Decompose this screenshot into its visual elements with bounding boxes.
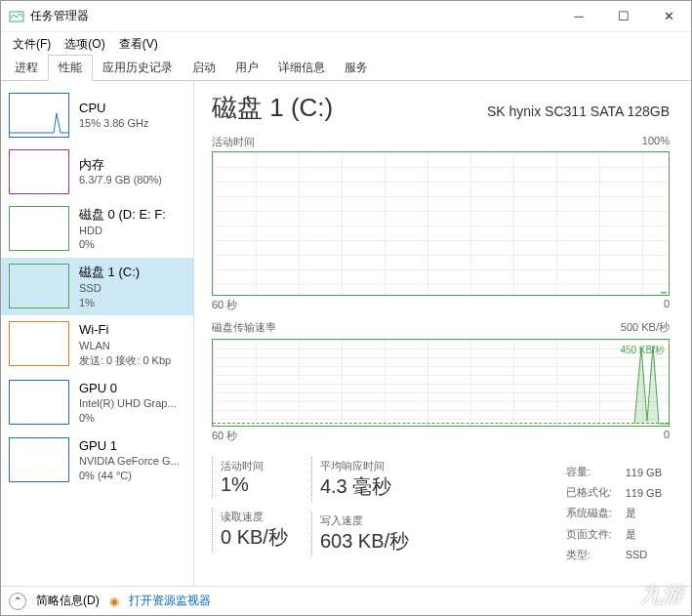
chart1-max: 100% bbox=[642, 135, 670, 149]
tab-performance[interactable]: 性能 bbox=[48, 55, 93, 81]
minimize-button[interactable]: ─ bbox=[556, 1, 601, 32]
mini-graph bbox=[9, 93, 69, 138]
menu-bar: 文件(F) 选项(O) 查看(V) bbox=[1, 32, 691, 56]
footer-bar: ⌃ 简略信息(D) ◉ 打开资源监视器 bbox=[1, 586, 691, 615]
activity-chart bbox=[212, 151, 670, 296]
sidebar-item-6[interactable]: GPU 1NVIDIA GeForce G...0% (44 °C) bbox=[1, 431, 193, 489]
page-title: 磁盘 1 (C:) bbox=[212, 91, 333, 125]
tab-processes[interactable]: 进程 bbox=[5, 56, 48, 80]
tab-startup[interactable]: 启动 bbox=[183, 56, 225, 80]
chart2-label: 磁盘传输速率 bbox=[212, 320, 276, 335]
chart2-max: 500 KB/秒 bbox=[621, 320, 670, 335]
disk-properties: 容量:119 GB 已格式化:119 GB 系统磁盘:是 页面文件:是 类型:S… bbox=[558, 461, 670, 566]
window-title: 任务管理器 bbox=[30, 8, 556, 24]
mini-graph bbox=[9, 321, 69, 366]
mini-graph bbox=[9, 437, 69, 482]
tab-details[interactable]: 详细信息 bbox=[268, 56, 335, 80]
sidebar-item-0[interactable]: CPU15% 3.86 GHz bbox=[1, 87, 193, 144]
sidebar-item-4[interactable]: Wi-FiWLAN发送: 0 接收: 0 Kbp bbox=[1, 315, 193, 373]
stat-response: 平均响应时间 4.3 毫秒 bbox=[311, 457, 432, 502]
chart1-label: 活动时间 bbox=[212, 135, 255, 149]
sidebar-item-5[interactable]: GPU 0Intel(R) UHD Grap...0% bbox=[1, 374, 193, 431]
sidebar-item-1[interactable]: 内存6.3/7.9 GB (80%) bbox=[1, 144, 193, 200]
sidebar: CPU15% 3.86 GHz内存6.3/7.9 GB (80%)磁盘 0 (D… bbox=[1, 81, 194, 586]
disk-model: SK hynix SC311 SATA 128GB bbox=[487, 103, 670, 119]
title-bar: 任务管理器 ─ ☐ ✕ bbox=[1, 1, 691, 32]
sidebar-item-3[interactable]: 磁盘 1 (C:)SSD1% bbox=[1, 258, 193, 315]
close-button[interactable]: ✕ bbox=[646, 1, 691, 32]
mini-graph bbox=[9, 264, 69, 308]
stat-write: 写入速度 603 KB/秒 bbox=[311, 512, 432, 556]
main-panel: 磁盘 1 (C:) SK hynix SC311 SATA 128GB 活动时间… bbox=[194, 81, 691, 586]
stat-active: 活动时间 1% bbox=[212, 457, 311, 498]
stat-read: 读取速度 0 KB/秒 bbox=[212, 508, 311, 553]
transfer-chart: 450 KB/秒 bbox=[212, 339, 670, 427]
menu-options[interactable]: 选项(O) bbox=[59, 34, 110, 55]
tab-history[interactable]: 应用历史记录 bbox=[93, 56, 183, 80]
resource-monitor-link[interactable]: 打开资源监视器 bbox=[129, 593, 211, 609]
sidebar-item-2[interactable]: 磁盘 0 (D: E: F:HDD0% bbox=[1, 200, 193, 258]
tab-services[interactable]: 服务 bbox=[335, 56, 378, 80]
maximize-button[interactable]: ☐ bbox=[601, 1, 646, 32]
mini-graph bbox=[9, 380, 69, 425]
menu-file[interactable]: 文件(F) bbox=[7, 34, 57, 55]
mini-graph bbox=[9, 206, 69, 251]
menu-view[interactable]: 查看(V) bbox=[113, 34, 164, 55]
tab-users[interactable]: 用户 bbox=[225, 56, 268, 80]
tab-bar: 进程 性能 应用历史记录 启动 用户 详细信息 服务 bbox=[1, 56, 691, 81]
brief-info-link[interactable]: 简略信息(D) bbox=[36, 593, 100, 609]
chevron-up-icon[interactable]: ⌃ bbox=[9, 593, 26, 610]
app-icon bbox=[9, 9, 24, 24]
mini-graph bbox=[9, 149, 69, 194]
